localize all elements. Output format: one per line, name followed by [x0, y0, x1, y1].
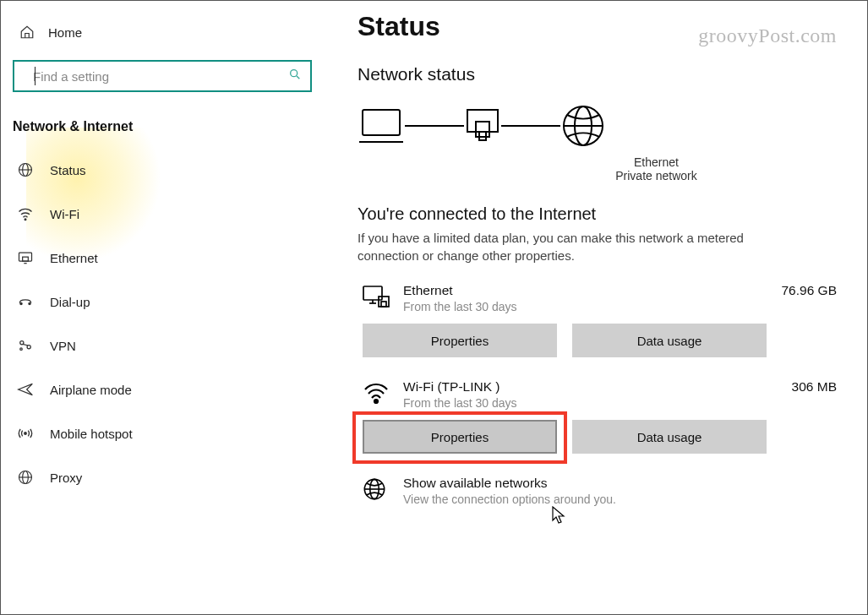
connection-usage: 306 MB — [752, 379, 837, 395]
svg-point-13 — [20, 348, 23, 351]
connection-sub: From the last 30 days — [403, 396, 752, 410]
text-cursor — [35, 67, 35, 85]
home-icon — [18, 24, 36, 40]
ethernet-conn-icon — [358, 283, 395, 310]
search-input[interactable] — [23, 69, 288, 84]
wifi-data-usage-button[interactable]: Data usage — [572, 420, 767, 454]
home-link[interactable]: Home — [1, 14, 324, 50]
nav-item-vpn[interactable]: VPN — [1, 324, 324, 367]
svg-point-0 — [291, 70, 298, 77]
nav-item-dialup[interactable]: Dial-up — [1, 280, 324, 324]
connection-ethernet: Ethernet From the last 30 days 76.96 GB … — [358, 283, 837, 357]
globe-icon — [16, 161, 35, 178]
svg-point-9 — [20, 302, 22, 304]
nav-label: Proxy — [50, 471, 82, 485]
ethernet-icon — [16, 249, 35, 266]
watermark: groovyPost.com — [698, 24, 837, 47]
globe-icon — [358, 476, 391, 501]
nav-list: Status Wi-Fi Ethernet — [1, 143, 324, 499]
diagram-pc-icon — [358, 105, 405, 147]
proxy-icon — [16, 469, 35, 486]
wifi-properties-button[interactable]: Properties — [363, 420, 557, 454]
category-heading: Network & Internet — [1, 112, 324, 143]
connection-name: Wi-Fi (TP-LINK ) — [403, 379, 752, 395]
svg-rect-18 — [363, 110, 400, 135]
available-sub: View the connection options around you. — [403, 493, 616, 506]
nav-item-proxy[interactable]: Proxy — [1, 455, 324, 499]
available-networks-link[interactable]: Show available networks View the connect… — [358, 476, 837, 506]
dialup-icon — [16, 293, 35, 310]
nav-label: Airplane mode — [50, 383, 132, 397]
nav-item-hotspot[interactable]: Mobile hotspot — [1, 411, 324, 455]
network-diagram — [358, 103, 837, 149]
nav-label: Dial-up — [50, 295, 90, 309]
wifi-conn-icon — [358, 379, 395, 405]
connection-name: Ethernet — [403, 283, 752, 298]
svg-line-1 — [297, 76, 299, 79]
diagram-line — [405, 125, 464, 127]
svg-rect-7 — [23, 257, 29, 261]
home-label: Home — [48, 25, 82, 40]
ethernet-properties-button[interactable]: Properties — [363, 324, 557, 357]
connection-wifi: Wi-Fi (TP-LINK ) From the last 30 days 3… — [358, 379, 837, 454]
svg-rect-30 — [381, 302, 386, 307]
connected-desc: If you have a limited data plan, you can… — [358, 229, 780, 264]
nav-label: Ethernet — [50, 251, 98, 265]
svg-point-31 — [374, 400, 378, 403]
connection-sub: From the last 30 days — [403, 300, 752, 313]
nav-label: Mobile hotspot — [50, 427, 133, 441]
main-content: groovyPost.com Status Network status — [324, 1, 867, 614]
search-box[interactable] — [13, 60, 312, 92]
hotspot-icon — [16, 425, 35, 442]
nav-label: Status — [50, 163, 86, 177]
sidebar: Home Network & Internet Status — [1, 1, 324, 614]
nav-item-wifi[interactable]: Wi-Fi — [1, 192, 324, 236]
vpn-icon — [16, 337, 35, 354]
nav-item-airplane[interactable]: Airplane mode — [1, 367, 324, 411]
diagram-label-1: Ethernet — [476, 155, 837, 169]
wifi-icon — [16, 205, 35, 222]
section-title: Network status — [358, 64, 837, 84]
diagram-labels: Ethernet Private network — [358, 155, 837, 182]
nav-label: VPN — [50, 339, 76, 353]
connected-heading: You're connected to the Internet — [358, 204, 837, 224]
nav-item-status[interactable]: Status — [1, 148, 324, 192]
connection-usage: 76.96 GB — [752, 283, 837, 298]
highlight-box: Properties — [363, 420, 557, 454]
diagram-globe-icon — [560, 103, 606, 149]
nav-item-ethernet[interactable]: Ethernet — [1, 236, 324, 280]
airplane-icon — [16, 381, 35, 398]
diagram-line — [501, 125, 560, 127]
search-icon — [288, 68, 302, 84]
diagram-label-2: Private network — [476, 169, 837, 182]
svg-point-5 — [25, 219, 26, 220]
svg-rect-21 — [476, 122, 489, 137]
nav-label: Wi-Fi — [50, 207, 79, 221]
svg-point-14 — [25, 433, 27, 435]
available-title: Show available networks — [403, 476, 616, 491]
diagram-router-icon — [464, 105, 501, 147]
ethernet-data-usage-button[interactable]: Data usage — [572, 324, 767, 357]
svg-point-10 — [29, 302, 30, 304]
